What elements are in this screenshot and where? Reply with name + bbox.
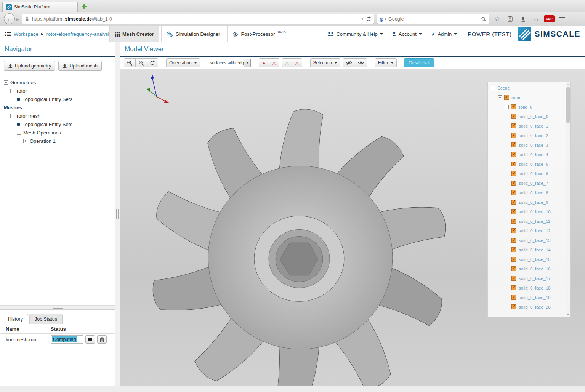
- scene-item-label[interactable]: solid_0_face_11: [519, 219, 550, 224]
- filter-dropdown[interactable]: Filter: [375, 58, 397, 67]
- scene-tree-item[interactable]: solid_0_face_14: [488, 245, 566, 254]
- scene-tree-item[interactable]: −solid_0: [488, 102, 566, 112]
- checked-checkbox-icon[interactable]: [511, 181, 516, 186]
- url-bar[interactable]: https://platform.simscale.de/#tab_1-0 ▾: [22, 14, 374, 24]
- model-viewport[interactable]: −Scene−rotor−solid_0solid_0_face_0solid_…: [120, 69, 585, 386]
- marker-outline-red-button[interactable]: △: [269, 58, 279, 67]
- stop-job-button[interactable]: [85, 335, 95, 344]
- scene-tree-item[interactable]: solid_0_face_16: [488, 264, 566, 274]
- back-button[interactable]: ←: [4, 13, 15, 24]
- scene-tree-item[interactable]: −Scene: [488, 83, 566, 93]
- scene-tree-item[interactable]: solid_0_face_0: [488, 112, 566, 121]
- scene-item-label[interactable]: solid_0_face_1: [519, 124, 548, 128]
- scroll-down-icon[interactable]: ▼: [566, 312, 570, 317]
- menu-admin[interactable]: ★ Admin: [426, 26, 462, 42]
- scene-tree-item[interactable]: solid_0_face_20: [488, 302, 566, 312]
- navigator-tree-item[interactable]: Meshes: [0, 103, 115, 112]
- selection-dropdown[interactable]: Selection: [310, 58, 340, 67]
- scene-scrollbar[interactable]: ▲ ▼: [566, 82, 570, 317]
- scene-item-label[interactable]: solid_0_face_12: [519, 229, 551, 233]
- show-selection-button[interactable]: [355, 58, 367, 67]
- render-mode-select[interactable]: surfaces with edges ▾: [208, 59, 251, 67]
- checked-checkbox-icon[interactable]: [511, 209, 516, 214]
- scene-item-label[interactable]: solid_0_face_6: [519, 171, 548, 176]
- scene-tree-item[interactable]: solid_0_face_17: [488, 274, 566, 283]
- checked-checkbox-icon[interactable]: [511, 238, 516, 243]
- orientation-dropdown[interactable]: Orientation: [166, 58, 200, 67]
- scene-item-label[interactable]: solid_0_face_18: [519, 286, 551, 290]
- scene-item-label[interactable]: solid_0_face_2: [519, 133, 548, 138]
- scene-item-label[interactable]: solid_0_face_10: [519, 210, 551, 214]
- checked-checkbox-icon[interactable]: [511, 123, 516, 128]
- search-icon[interactable]: [481, 16, 486, 22]
- scene-item-label[interactable]: solid_0_face_3: [519, 143, 548, 147]
- scene-tree-item[interactable]: solid_0_face_8: [488, 188, 566, 197]
- tree-item-label[interactable]: Meshes: [4, 105, 22, 110]
- tab-job-status[interactable]: Job Status: [29, 314, 63, 324]
- scene-item-label[interactable]: solid_0_face_5: [519, 162, 548, 166]
- marker-outline-gray-button[interactable]: △: [282, 58, 292, 67]
- marker-outline-red2-button[interactable]: △: [292, 58, 302, 67]
- scene-item-label[interactable]: solid_0_face_16: [519, 267, 551, 271]
- checked-checkbox-icon[interactable]: [511, 276, 516, 281]
- tree-item-label[interactable]: Operation 1: [30, 138, 56, 144]
- navigator-tree-item[interactable]: −rotor mesh: [0, 112, 115, 120]
- navigator-tree-item[interactable]: Topological Entity Sets: [0, 120, 115, 128]
- navigator-tree-item[interactable]: −Geometries: [0, 78, 115, 86]
- scene-item-label[interactable]: rotor: [511, 95, 521, 100]
- collapse-icon[interactable]: −: [498, 95, 502, 99]
- checked-checkbox-icon[interactable]: [511, 228, 516, 233]
- navigator-tree-item[interactable]: +Operation 1: [0, 137, 115, 145]
- zoom-in-button[interactable]: [124, 58, 136, 67]
- checked-checkbox-icon[interactable]: [511, 304, 516, 309]
- search-engine-icon[interactable]: g: [380, 16, 383, 22]
- scene-tree-item[interactable]: solid_0_face_3: [488, 140, 566, 150]
- reload-button[interactable]: [366, 16, 371, 22]
- scene-tree-item[interactable]: solid_0_face_18: [488, 283, 566, 293]
- menu-community-help[interactable]: Community & Help: [323, 26, 387, 42]
- tree-item-label[interactable]: rotor: [17, 88, 27, 94]
- tab-mesh-creator[interactable]: Mesh Creator: [109, 26, 159, 42]
- checked-checkbox-icon[interactable]: [511, 142, 516, 147]
- delete-job-button[interactable]: [97, 335, 107, 344]
- checked-checkbox-icon[interactable]: [511, 133, 516, 138]
- marker-solid-red-button[interactable]: ▲: [259, 58, 269, 67]
- refresh-button[interactable]: [147, 58, 158, 67]
- scene-tree-item[interactable]: solid_0_face_19: [488, 293, 566, 302]
- scene-item-label[interactable]: solid_0_face_8: [519, 190, 548, 195]
- checked-checkbox-icon[interactable]: [511, 104, 516, 109]
- scene-tree-item[interactable]: −rotor: [488, 93, 566, 102]
- collapse-icon[interactable]: −: [4, 80, 8, 85]
- scene-tree-item[interactable]: solid_0_face_12: [488, 226, 566, 235]
- tab-history[interactable]: History: [3, 314, 28, 324]
- scene-tree-item[interactable]: solid_0_face_10: [488, 207, 566, 216]
- scene-item-label[interactable]: solid_0: [518, 105, 532, 109]
- navigator-tree-item[interactable]: −Mesh Operations: [0, 128, 115, 137]
- scene-tree-item[interactable]: solid_0_face_7: [488, 178, 566, 188]
- navigator-tree-item[interactable]: −rotor: [0, 86, 115, 95]
- collapse-icon[interactable]: −: [505, 105, 509, 109]
- tree-item-label[interactable]: Topological Entity Sets: [22, 122, 72, 127]
- scene-item-label[interactable]: solid_0_face_0: [519, 114, 548, 119]
- browser-tab[interactable]: SimScale Platform: [2, 2, 78, 12]
- scene-item-label[interactable]: solid_0_face_14: [519, 248, 551, 252]
- tree-item-label[interactable]: Topological Entity Sets: [22, 96, 72, 102]
- horizontal-splitter[interactable]: [0, 305, 115, 310]
- checked-checkbox-icon[interactable]: [511, 266, 516, 271]
- expand-icon[interactable]: +: [23, 139, 27, 143]
- tab-post-processor[interactable]: Post-Processor BETA: [227, 26, 291, 42]
- forward-button[interactable]: ▸: [16, 16, 19, 22]
- scene-tree-item[interactable]: solid_0_face_9: [488, 197, 566, 207]
- scene-item-label[interactable]: solid_0_face_4: [519, 152, 548, 157]
- collapse-icon[interactable]: −: [17, 131, 21, 135]
- search-bar[interactable]: g ▾: [377, 14, 489, 24]
- workspace-link[interactable]: Workspace: [14, 31, 38, 37]
- scene-tree-item[interactable]: solid_0_face_15: [488, 254, 566, 264]
- checked-checkbox-icon[interactable]: [511, 257, 516, 262]
- scene-item-label[interactable]: solid_0_face_19: [519, 295, 551, 300]
- collapse-icon[interactable]: −: [10, 114, 14, 118]
- select-arrow-icon[interactable]: ▾: [244, 59, 250, 67]
- collapse-icon[interactable]: −: [10, 89, 14, 93]
- scroll-up-icon[interactable]: ▲: [566, 82, 570, 86]
- scene-tree-item[interactable]: solid_0_face_6: [488, 169, 566, 178]
